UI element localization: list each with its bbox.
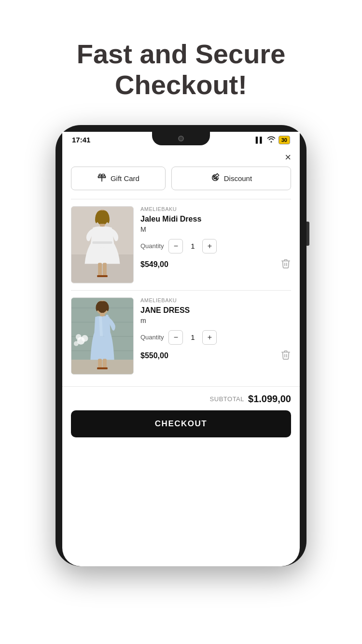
battery-indicator: 30 (278, 136, 290, 144)
quantity-row-2: Quantity − 1 + (140, 330, 291, 345)
status-icons: ▌▌ 30 (256, 136, 290, 144)
wifi-icon (267, 136, 276, 144)
phone-side-button (306, 222, 309, 246)
svg-rect-9 (98, 263, 102, 277)
phone-screen: 17:41 ▌▌ 30 × (62, 132, 300, 566)
svg-rect-12 (102, 275, 108, 277)
quantity-label-2: Quantity (140, 334, 164, 341)
delete-item-1[interactable] (280, 258, 291, 271)
brand-1: AMELIEBAKU (140, 206, 291, 212)
checkout-button[interactable]: CHECKOUT (71, 410, 291, 437)
action-buttons: Gift Card Discount (62, 167, 300, 199)
page-headline: Fast and Secure Checkout! (57, 39, 305, 101)
close-button[interactable]: × (285, 152, 291, 163)
headline-line2: Checkout! (115, 70, 247, 100)
product-item-1: AMELIEBAKU Jaleu Midi Dress M Quantity −… (71, 199, 291, 290)
screen-content: × Gift Card (62, 146, 300, 437)
product-list: AMELIEBAKU Jaleu Midi Dress M Quantity −… (62, 199, 300, 381)
discount-label: Discount (224, 174, 252, 182)
discount-icon (210, 173, 220, 184)
svg-rect-8 (92, 241, 112, 244)
phone-frame: 17:41 ▌▌ 30 × (56, 125, 306, 566)
product-size-1: M (140, 225, 291, 233)
svg-point-21 (82, 335, 88, 342)
svg-rect-26 (106, 314, 109, 318)
product-size-2: m (140, 317, 291, 324)
qty-decrease-1[interactable]: − (168, 239, 183, 253)
gift-card-label: Gift Card (111, 174, 139, 182)
quantity-label-1: Quantity (140, 242, 164, 250)
qty-decrease-2[interactable]: − (168, 330, 183, 345)
product-item-2: AMELIEBAKU JANE DRESS m Quantity − 1 + $… (71, 290, 291, 381)
phone-notch (152, 132, 210, 145)
product-image-1 (71, 206, 134, 283)
gift-card-button[interactable]: Gift Card (71, 167, 166, 190)
close-row: × (62, 146, 300, 167)
qty-value-2: 1 (188, 333, 197, 341)
svg-rect-10 (103, 263, 107, 277)
product-price-2: $550,00 (140, 351, 168, 360)
signal-icon: ▌▌ (256, 137, 264, 143)
qty-value-1: 1 (188, 242, 197, 250)
phone-time: 17:41 (72, 136, 90, 144)
product-details-1: AMELIEBAKU Jaleu Midi Dress M Quantity −… (140, 206, 291, 283)
front-camera (178, 136, 184, 141)
subtotal-amount: $1.099,00 (248, 393, 291, 405)
subtotal-label: SUBTOTAL (210, 395, 244, 403)
product-price-1: $549,00 (140, 260, 168, 269)
svg-rect-23 (71, 360, 133, 374)
gift-card-icon (97, 173, 107, 184)
quantity-row-1: Quantity − 1 + (140, 239, 291, 253)
headline-line1: Fast and Secure (77, 39, 286, 69)
product-image-2 (71, 297, 134, 375)
price-delete-row-1: $549,00 (140, 258, 291, 271)
price-delete-row-2: $550,00 (140, 350, 291, 363)
qty-increase-2[interactable]: + (202, 330, 217, 345)
discount-button[interactable]: Discount (171, 167, 291, 190)
subtotal-row: SUBTOTAL $1.099,00 (71, 393, 291, 405)
qty-increase-1[interactable]: + (202, 239, 217, 253)
svg-point-20 (76, 334, 82, 340)
product-name-1: Jaleu Midi Dress (140, 215, 291, 224)
product-name-2: JANE DRESS (140, 306, 291, 315)
delete-item-2[interactable] (280, 350, 291, 363)
bottom-bar: SUBTOTAL $1.099,00 CHECKOUT (62, 386, 300, 437)
svg-rect-30 (102, 367, 108, 369)
svg-point-22 (74, 341, 79, 346)
brand-2: AMELIEBAKU (140, 297, 291, 303)
product-details-2: AMELIEBAKU JANE DRESS m Quantity − 1 + $… (140, 297, 291, 375)
